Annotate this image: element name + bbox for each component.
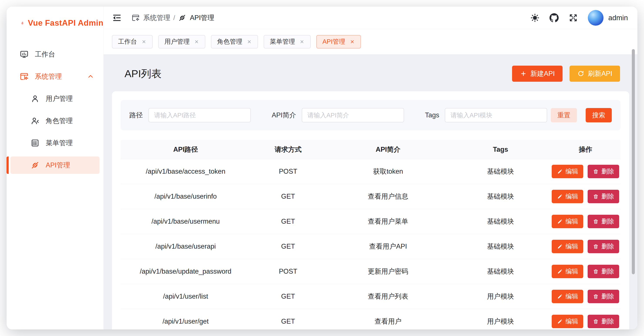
- edit-button[interactable]: 编辑: [552, 265, 583, 278]
- menu-list-icon: [30, 139, 40, 148]
- trash-icon: [593, 269, 599, 275]
- app-window: Vue FastAPI Admin 工作台 系统管理: [6, 6, 638, 330]
- path-input[interactable]: [148, 108, 251, 122]
- cell-api-path: /api/v1/user/list: [120, 293, 250, 300]
- breadcrumb-label: 系统管理: [143, 13, 170, 22]
- refresh-icon: [578, 70, 584, 77]
- api-plug-icon: [30, 161, 40, 170]
- close-icon[interactable]: [141, 39, 146, 44]
- edit-button[interactable]: 编辑: [552, 165, 583, 178]
- breadcrumb-item-api[interactable]: API管理: [178, 13, 214, 22]
- username: admin: [608, 14, 628, 22]
- cell-tags: 基础模块: [450, 242, 550, 251]
- sidebar-item-roles[interactable]: 角色管理: [10, 112, 100, 130]
- fullscreen-icon[interactable]: [569, 13, 578, 22]
- delete-button[interactable]: 删除: [588, 265, 619, 278]
- filter-bar: 路径 API简介 Tags 重置 搜索: [120, 100, 620, 130]
- tags-input[interactable]: [445, 108, 547, 122]
- delete-button[interactable]: 删除: [588, 165, 619, 178]
- tab-bar: 工作台 用户管理 角色管理 菜单管理 API管理: [104, 29, 638, 54]
- cell-method: GET: [250, 318, 326, 325]
- delete-label: 删除: [601, 317, 614, 326]
- delete-button[interactable]: 删除: [588, 190, 619, 203]
- tab-menus[interactable]: 菜单管理: [264, 35, 311, 48]
- filter-tags: Tags: [425, 108, 547, 122]
- app-logo[interactable]: Vue FastAPI Admin: [6, 6, 104, 39]
- theme-sun-icon[interactable]: [530, 13, 540, 22]
- sidebar-item-menus[interactable]: 菜单管理: [10, 134, 100, 152]
- delete-label: 删除: [601, 267, 614, 276]
- delete-button[interactable]: 删除: [588, 215, 619, 228]
- new-api-button[interactable]: 新建API: [512, 66, 562, 82]
- pencil-icon: [557, 244, 563, 249]
- tab-api[interactable]: API管理: [316, 35, 361, 48]
- filter-path: 路径: [129, 108, 251, 122]
- cell-api-path: /api/v1/base/userinfo: [120, 192, 250, 200]
- col-tags: Tags: [450, 146, 550, 154]
- user-menu[interactable]: admin: [588, 10, 628, 26]
- page-actions: 新建API 刷新API: [512, 66, 620, 82]
- trash-icon: [593, 219, 599, 224]
- sidebar-item-users[interactable]: 用户管理: [10, 90, 100, 107]
- tab-users[interactable]: 用户管理: [158, 35, 205, 48]
- edit-button[interactable]: 编辑: [552, 290, 583, 303]
- tab-roles[interactable]: 角色管理: [211, 35, 258, 48]
- edit-button[interactable]: 编辑: [552, 240, 583, 253]
- edit-label: 编辑: [566, 167, 578, 176]
- reset-button[interactable]: 重置: [551, 108, 577, 122]
- tab-workbench[interactable]: 工作台: [112, 35, 152, 48]
- table-row: /api/v1/base/userinfo GET 查看用户信息 基础模块 编辑…: [120, 184, 620, 209]
- close-icon[interactable]: [194, 39, 199, 44]
- sidebar-item-workbench[interactable]: 工作台: [10, 46, 100, 63]
- sidebar-menu: 工作台 系统管理 用户管理: [6, 39, 104, 174]
- delete-label: 删除: [601, 217, 614, 226]
- edit-button[interactable]: 编辑: [552, 215, 583, 228]
- delete-button[interactable]: 删除: [588, 290, 619, 303]
- cell-method: GET: [250, 293, 326, 300]
- plus-icon: [520, 70, 527, 77]
- cell-method: GET: [250, 243, 326, 250]
- sidebar-item-label: API管理: [46, 161, 70, 170]
- cell-api-path: /api/v1/base/usermenu: [120, 218, 250, 225]
- edit-button[interactable]: 编辑: [552, 315, 583, 328]
- close-icon[interactable]: [247, 39, 252, 44]
- cell-tags: 基础模块: [450, 267, 550, 276]
- github-icon[interactable]: [550, 13, 559, 22]
- collapse-sidebar-icon[interactable]: [112, 13, 122, 23]
- col-method: 请求方式: [250, 145, 326, 154]
- cell-tags: 用户模块: [450, 317, 550, 326]
- col-api-path: API路径: [120, 145, 250, 154]
- filter-buttons: 重置 搜索: [551, 108, 612, 122]
- close-icon[interactable]: [299, 39, 304, 44]
- edit-label: 编辑: [566, 192, 578, 201]
- api-plug-icon: [178, 14, 186, 22]
- delete-label: 删除: [601, 292, 614, 301]
- close-icon[interactable]: [350, 39, 355, 44]
- tab-label: 工作台: [118, 37, 137, 46]
- sidebar-item-label: 菜单管理: [46, 139, 73, 148]
- pencil-icon: [557, 294, 563, 300]
- delete-button[interactable]: 删除: [588, 315, 619, 328]
- sidebar-item-api[interactable]: API管理: [10, 157, 100, 174]
- cell-summary: 查看用户信息: [326, 192, 450, 201]
- pencil-icon: [557, 219, 563, 224]
- delete-button[interactable]: 删除: [588, 240, 619, 253]
- breadcrumb-item-system[interactable]: 系统管理: [132, 13, 170, 22]
- sidebar-item-system[interactable]: 系统管理: [10, 68, 100, 85]
- trash-icon: [593, 194, 599, 199]
- search-button[interactable]: 搜索: [586, 108, 612, 122]
- table-row: /api/v1/base/usermenu GET 查看用户菜单 基础模块 编辑…: [120, 209, 620, 234]
- cell-method: POST: [250, 268, 326, 275]
- cell-method: POST: [250, 168, 326, 175]
- main-area: 系统管理 / API管理: [104, 6, 638, 330]
- filter-summary: API简介: [272, 108, 404, 122]
- refresh-api-label: 刷新API: [588, 69, 612, 78]
- refresh-api-button[interactable]: 刷新API: [570, 66, 620, 82]
- edit-label: 编辑: [566, 242, 578, 251]
- api-table: API路径 请求方式 API简介 Tags 操作 /api/v1/base/ac…: [120, 140, 620, 330]
- scrollbar-thumb[interactable]: [632, 49, 635, 274]
- tab-label: API管理: [322, 37, 345, 46]
- edit-button[interactable]: 编辑: [552, 190, 583, 203]
- new-api-label: 新建API: [530, 69, 555, 78]
- summary-input[interactable]: [302, 108, 404, 122]
